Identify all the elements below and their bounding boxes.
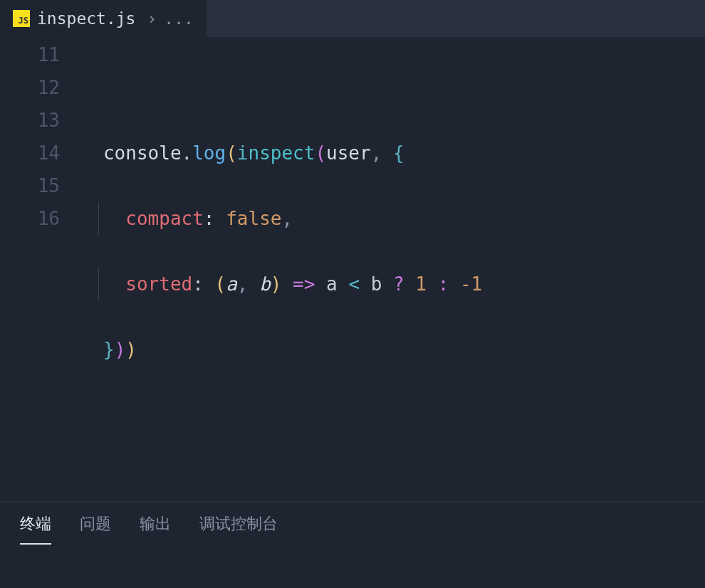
code-line: })) (70, 333, 482, 366)
panel-tabs: 终端 问题 输出 调试控制台 (0, 501, 705, 545)
line-number: 12 (0, 71, 60, 104)
tab-debug-console[interactable]: 调试控制台 (199, 513, 278, 545)
code-content[interactable]: console.log(inspect(user, { compact: fal… (70, 38, 482, 497)
code-editor[interactable]: 11 12 13 14 15 16 console.log(inspect(us… (0, 37, 705, 497)
tab-terminal[interactable]: 终端 (20, 513, 51, 545)
line-number: 11 (0, 38, 60, 71)
js-file-icon: JS (13, 10, 30, 27)
breadcrumb-ellipsis[interactable]: ... (164, 9, 194, 28)
line-number: 14 (0, 137, 60, 169)
line-number: 15 (0, 169, 60, 202)
code-line: console.log(inspect(user, { (70, 137, 482, 169)
code-line (70, 71, 482, 104)
code-line (70, 399, 482, 431)
tab-bar: JS inspect.js › ... (0, 0, 705, 37)
line-number-gutter: 11 12 13 14 15 16 (0, 38, 70, 497)
tab-output[interactable]: 输出 (140, 513, 171, 545)
tab-filename: inspect.js (37, 9, 135, 28)
code-line: sorted: (a, b) => a < b ? 1 : -1 (70, 268, 482, 300)
breadcrumb-separator: › (147, 9, 157, 28)
tab-problems[interactable]: 问题 (80, 513, 111, 545)
line-number: 13 (0, 104, 60, 137)
code-line: compact: false, (70, 202, 482, 235)
line-number: 16 (0, 202, 60, 235)
file-tab[interactable]: JS inspect.js › ... (0, 0, 207, 37)
terminal-content[interactable]: # Shenfq ~/Code/test [15:10:56] → node i… (0, 545, 705, 588)
